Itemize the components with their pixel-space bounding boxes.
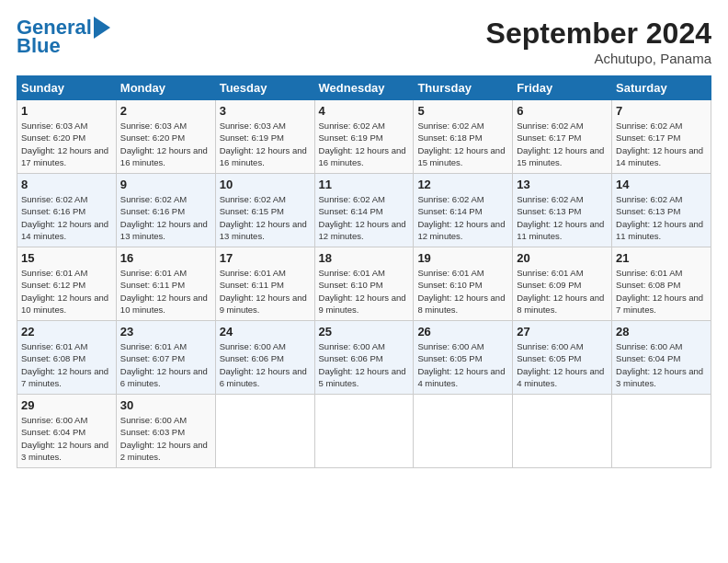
table-row: 22 Sunrise: 6:01 AM Sunset: 6:08 PM Dayl… xyxy=(17,321,117,395)
day-number: 2 xyxy=(120,104,211,118)
calendar-week-row: 29 Sunrise: 6:00 AM Sunset: 6:04 PM Dayl… xyxy=(17,395,711,468)
day-info: Sunrise: 6:00 AM Sunset: 6:04 PM Dayligh… xyxy=(21,414,112,463)
day-number: 10 xyxy=(220,178,311,191)
calendar-week-row: 1 Sunrise: 6:03 AM Sunset: 6:20 PM Dayli… xyxy=(17,100,711,174)
day-number: 9 xyxy=(120,178,211,191)
col-monday: Monday xyxy=(116,76,215,100)
location-subtitle: Achutupo, Panama xyxy=(486,51,711,66)
day-number: 28 xyxy=(616,325,707,339)
day-info: Sunrise: 6:01 AM Sunset: 6:10 PM Dayligh… xyxy=(319,267,410,316)
day-info: Sunrise: 6:00 AM Sunset: 6:04 PM Dayligh… xyxy=(616,340,707,389)
calendar-week-row: 15 Sunrise: 6:01 AM Sunset: 6:12 PM Dayl… xyxy=(17,247,711,321)
day-info: Sunrise: 6:02 AM Sunset: 6:15 PM Dayligh… xyxy=(220,193,311,242)
day-info: Sunrise: 6:02 AM Sunset: 6:13 PM Dayligh… xyxy=(517,193,608,242)
day-info: Sunrise: 6:01 AM Sunset: 6:12 PM Dayligh… xyxy=(21,267,112,316)
day-number: 30 xyxy=(120,398,211,412)
day-info: Sunrise: 6:02 AM Sunset: 6:19 PM Dayligh… xyxy=(319,120,410,168)
calendar-table: Sunday Monday Tuesday Wednesday Thursday… xyxy=(17,75,711,468)
day-number: 21 xyxy=(616,251,707,265)
calendar-header-row: Sunday Monday Tuesday Wednesday Thursday… xyxy=(17,76,711,100)
day-info: Sunrise: 6:01 AM Sunset: 6:07 PM Dayligh… xyxy=(120,340,211,389)
table-row: 29 Sunrise: 6:00 AM Sunset: 6:04 PM Dayl… xyxy=(17,395,117,468)
table-row: 7 Sunrise: 6:02 AM Sunset: 6:17 PM Dayli… xyxy=(612,100,711,174)
month-title: September 2024 xyxy=(486,17,711,51)
day-number: 4 xyxy=(319,104,410,118)
table-row: 14 Sunrise: 6:02 AM Sunset: 6:13 PM Dayl… xyxy=(612,174,711,247)
table-row: 27 Sunrise: 6:00 AM Sunset: 6:05 PM Dayl… xyxy=(513,321,612,395)
day-number: 15 xyxy=(21,251,112,265)
day-info: Sunrise: 6:01 AM Sunset: 6:09 PM Dayligh… xyxy=(517,267,608,316)
day-number: 12 xyxy=(417,178,508,191)
table-row: 23 Sunrise: 6:01 AM Sunset: 6:07 PM Dayl… xyxy=(116,321,215,395)
title-area: September 2024 Achutupo, Panama xyxy=(486,17,711,66)
day-number: 17 xyxy=(220,251,311,265)
table-row: 11 Sunrise: 6:02 AM Sunset: 6:14 PM Dayl… xyxy=(314,174,414,247)
table-row: 26 Sunrise: 6:00 AM Sunset: 6:05 PM Dayl… xyxy=(414,321,513,395)
day-number: 29 xyxy=(21,398,112,412)
table-row: 15 Sunrise: 6:01 AM Sunset: 6:12 PM Dayl… xyxy=(17,247,117,321)
day-info: Sunrise: 6:01 AM Sunset: 6:08 PM Dayligh… xyxy=(616,267,707,316)
table-row: 5 Sunrise: 6:02 AM Sunset: 6:18 PM Dayli… xyxy=(414,100,513,174)
table-row: 10 Sunrise: 6:02 AM Sunset: 6:15 PM Dayl… xyxy=(215,174,314,247)
day-info: Sunrise: 6:01 AM Sunset: 6:11 PM Dayligh… xyxy=(120,267,211,316)
day-number: 5 xyxy=(417,104,508,118)
day-info: Sunrise: 6:02 AM Sunset: 6:14 PM Dayligh… xyxy=(319,193,410,242)
day-info: Sunrise: 6:01 AM Sunset: 6:08 PM Dayligh… xyxy=(21,340,112,389)
day-info: Sunrise: 6:01 AM Sunset: 6:11 PM Dayligh… xyxy=(220,267,311,316)
table-row: 24 Sunrise: 6:00 AM Sunset: 6:06 PM Dayl… xyxy=(215,321,314,395)
table-row: 25 Sunrise: 6:00 AM Sunset: 6:06 PM Dayl… xyxy=(314,321,414,395)
header-area: General Blue September 2024 Achutupo, Pa… xyxy=(17,17,711,66)
day-info: Sunrise: 6:00 AM Sunset: 6:05 PM Dayligh… xyxy=(417,340,508,389)
day-number: 3 xyxy=(220,104,311,118)
table-row xyxy=(215,395,314,468)
table-row xyxy=(414,395,513,468)
day-number: 14 xyxy=(616,178,707,191)
day-info: Sunrise: 6:01 AM Sunset: 6:10 PM Dayligh… xyxy=(417,267,508,316)
table-row: 8 Sunrise: 6:02 AM Sunset: 6:16 PM Dayli… xyxy=(17,174,117,247)
table-row: 9 Sunrise: 6:02 AM Sunset: 6:16 PM Dayli… xyxy=(116,174,215,247)
day-number: 26 xyxy=(417,325,508,339)
day-info: Sunrise: 6:02 AM Sunset: 6:13 PM Dayligh… xyxy=(616,193,707,242)
table-row: 2 Sunrise: 6:03 AM Sunset: 6:20 PM Dayli… xyxy=(116,100,215,174)
day-info: Sunrise: 6:02 AM Sunset: 6:17 PM Dayligh… xyxy=(616,120,707,168)
day-info: Sunrise: 6:03 AM Sunset: 6:20 PM Dayligh… xyxy=(120,120,211,168)
col-tuesday: Tuesday xyxy=(215,76,314,100)
table-row: 6 Sunrise: 6:02 AM Sunset: 6:17 PM Dayli… xyxy=(513,100,612,174)
table-row: 17 Sunrise: 6:01 AM Sunset: 6:11 PM Dayl… xyxy=(215,247,314,321)
calendar-week-row: 22 Sunrise: 6:01 AM Sunset: 6:08 PM Dayl… xyxy=(17,321,711,395)
col-friday: Friday xyxy=(513,76,612,100)
day-number: 18 xyxy=(319,251,410,265)
day-number: 6 xyxy=(517,104,608,118)
table-row: 3 Sunrise: 6:03 AM Sunset: 6:19 PM Dayli… xyxy=(215,100,314,174)
table-row: 1 Sunrise: 6:03 AM Sunset: 6:20 PM Dayli… xyxy=(17,100,117,174)
table-row: 16 Sunrise: 6:01 AM Sunset: 6:11 PM Dayl… xyxy=(116,247,215,321)
day-info: Sunrise: 6:02 AM Sunset: 6:17 PM Dayligh… xyxy=(517,120,608,168)
col-saturday: Saturday xyxy=(612,76,711,100)
day-info: Sunrise: 6:00 AM Sunset: 6:06 PM Dayligh… xyxy=(220,340,311,389)
table-row: 21 Sunrise: 6:01 AM Sunset: 6:08 PM Dayl… xyxy=(612,247,711,321)
col-wednesday: Wednesday xyxy=(314,76,414,100)
day-info: Sunrise: 6:03 AM Sunset: 6:20 PM Dayligh… xyxy=(21,120,112,168)
day-info: Sunrise: 6:00 AM Sunset: 6:03 PM Dayligh… xyxy=(120,414,211,463)
logo: General Blue xyxy=(17,17,110,57)
table-row: 4 Sunrise: 6:02 AM Sunset: 6:19 PM Dayli… xyxy=(314,100,414,174)
day-number: 27 xyxy=(517,325,608,339)
col-sunday: Sunday xyxy=(17,76,117,100)
day-number: 1 xyxy=(21,104,112,118)
day-number: 11 xyxy=(319,178,410,191)
day-info: Sunrise: 6:00 AM Sunset: 6:06 PM Dayligh… xyxy=(319,340,410,389)
day-number: 16 xyxy=(120,251,211,265)
day-number: 19 xyxy=(417,251,508,265)
table-row: 13 Sunrise: 6:02 AM Sunset: 6:13 PM Dayl… xyxy=(513,174,612,247)
table-row: 30 Sunrise: 6:00 AM Sunset: 6:03 PM Dayl… xyxy=(116,395,215,468)
day-number: 13 xyxy=(517,178,608,191)
day-number: 20 xyxy=(517,251,608,265)
table-row xyxy=(612,395,711,468)
day-number: 8 xyxy=(21,178,112,191)
day-info: Sunrise: 6:02 AM Sunset: 6:14 PM Dayligh… xyxy=(417,193,508,242)
day-info: Sunrise: 6:02 AM Sunset: 6:16 PM Dayligh… xyxy=(120,193,211,242)
page: General Blue September 2024 Achutupo, Pa… xyxy=(0,0,728,477)
day-info: Sunrise: 6:03 AM Sunset: 6:19 PM Dayligh… xyxy=(220,120,311,168)
table-row: 19 Sunrise: 6:01 AM Sunset: 6:10 PM Dayl… xyxy=(414,247,513,321)
table-row: 12 Sunrise: 6:02 AM Sunset: 6:14 PM Dayl… xyxy=(414,174,513,247)
